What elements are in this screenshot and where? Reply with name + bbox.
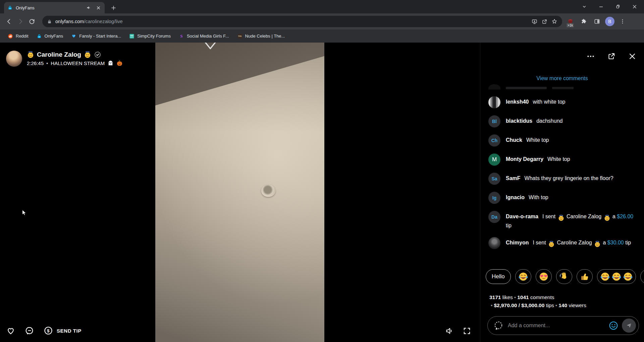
onlyfans-icon	[37, 34, 42, 39]
browser-menu-kebab-icon[interactable]	[617, 16, 628, 27]
commenter-name: Monty Degarry	[506, 156, 543, 162]
window-minimize-icon[interactable]	[598, 3, 604, 10]
comment-text: White top	[526, 137, 549, 143]
new-tab-button[interactable]	[109, 3, 118, 12]
comment-text: Whats they grey lingerie on the floor?	[525, 175, 613, 181]
site-lock-icon[interactable]	[47, 19, 52, 24]
chip-joy[interactable]	[515, 269, 531, 284]
streamer-avatar[interactable]	[6, 51, 22, 67]
emoji-picker-icon[interactable]	[608, 321, 619, 331]
stream-header: Caroline Zalog 2:26:45 • HALLOWEEN STREA…	[6, 51, 123, 67]
comment-text: With top	[529, 194, 548, 200]
bookmark-socialmediagirls[interactable]: S Social Media Girls F...	[176, 32, 232, 41]
bookmark-star-icon[interactable]	[549, 16, 559, 26]
commenter-avatar[interactable]: Ch	[488, 134, 500, 147]
joy-emoji	[600, 272, 610, 282]
joy-emoji	[611, 272, 622, 282]
share-page-icon[interactable]	[539, 16, 549, 26]
comment-input[interactable]	[508, 323, 608, 329]
bookmark-label: OnlyFans	[45, 34, 63, 39]
hide-comments-icon[interactable]	[25, 326, 34, 335]
halo-emoji	[558, 215, 565, 221]
chip-triple-joy[interactable]	[597, 269, 636, 284]
send-tip-button[interactable]: $ SEND TIP	[44, 326, 82, 335]
comments-list: lenksh40with white top Bl blacktidusdach…	[488, 96, 639, 249]
ghost-emoji	[107, 60, 114, 66]
pumpkin-emoji	[116, 60, 123, 66]
bookmark-label: SimpCity Forums	[137, 34, 171, 39]
bookmark-label: Nude Celebs | The...	[245, 34, 285, 39]
url-bar[interactable]: onlyfans.com/carolinezalog/live	[42, 16, 562, 27]
comment-text: with white top	[533, 99, 565, 105]
commenter-avatar[interactable]	[488, 96, 500, 108]
tip-comment-row: Da Dave-o-ramaI sent Caroline Zalog a $2…	[488, 211, 639, 230]
install-app-icon[interactable]	[529, 16, 539, 26]
reddit-icon	[8, 34, 13, 39]
commenter-avatar[interactable]: M	[488, 154, 500, 166]
chip-wave[interactable]	[556, 269, 572, 284]
stream-stats: 3171 likes•1041 comments •$2,970.00 / $3…	[489, 293, 639, 309]
bookmark-fansly[interactable]: Fansly - Start Intera...	[68, 32, 124, 41]
extension-badge: >1k	[567, 23, 574, 27]
forward-button[interactable]	[15, 16, 26, 27]
tab-search-chevron-icon[interactable]	[581, 3, 588, 10]
tab-audio-icon[interactable]	[86, 5, 92, 10]
svg-text:$: $	[47, 328, 50, 333]
comment-row: lenksh40with white top	[488, 96, 639, 108]
browser-profile-avatar[interactable]: B	[605, 17, 614, 26]
tip-amount: $26.00	[617, 214, 633, 219]
adblock-extension-icon[interactable]: >1k	[565, 16, 576, 27]
comment-row: Ig IgnacioWith top	[488, 192, 639, 204]
bookmarks-bar: Reddit OnlyFans Fansly - Start Intera...…	[0, 30, 644, 43]
chip-double-heart-eyes[interactable]	[640, 269, 644, 284]
commenter-avatar[interactable]: Bl	[488, 115, 500, 127]
commenter-avatar[interactable]: Sa	[488, 173, 500, 185]
chip-thumbs-up[interactable]	[577, 269, 593, 284]
wave-emoji	[559, 272, 569, 282]
joy-emoji	[518, 272, 528, 282]
panel-share-icon[interactable]	[607, 52, 616, 61]
commenter-name: Chimyon	[506, 240, 529, 245]
bookmark-nudecelebs[interactable]: TFB Nude Celebs | The...	[234, 32, 288, 41]
extensions-puzzle-icon[interactable]	[578, 16, 589, 27]
comment-input-row	[487, 316, 639, 335]
halo-emoji	[594, 241, 601, 247]
bookmark-onlyfans[interactable]: OnlyFans	[34, 32, 66, 41]
commenter-avatar[interactable]: Da	[488, 211, 500, 223]
commenter-avatar[interactable]: Ig	[488, 192, 500, 204]
volume-icon[interactable]	[445, 327, 454, 335]
bookmark-label: Reddit	[16, 34, 29, 39]
like-heart-icon[interactable]	[6, 326, 15, 335]
comment-text: White top	[547, 156, 570, 162]
svg-text:S: S	[180, 34, 182, 39]
collapse-chevron-icon[interactable]	[202, 43, 218, 51]
reload-button[interactable]	[26, 16, 38, 27]
browser-tab[interactable]: OnlyFans	[4, 2, 105, 13]
panel-close-icon[interactable]	[628, 52, 637, 61]
window-restore-icon[interactable]	[614, 3, 621, 10]
send-comment-button[interactable]	[622, 319, 636, 333]
send-plane-icon	[625, 322, 633, 329]
window-close-icon[interactable]	[631, 3, 638, 10]
live-video[interactable]	[155, 43, 324, 342]
mouse-cursor	[21, 209, 28, 216]
comment-row: Bl blacktidusdachshund	[488, 115, 639, 127]
side-panel-icon[interactable]	[592, 16, 602, 27]
chip-hello[interactable]: Hello	[486, 269, 511, 284]
chip-heart-eyes[interactable]	[536, 269, 552, 284]
video-door-handle	[261, 185, 275, 197]
svg-text:CITY: CITY	[130, 36, 134, 38]
bookmark-reddit[interactable]: Reddit	[5, 32, 32, 41]
tab-close-icon[interactable]	[96, 5, 101, 11]
comment-row: Ch ChuckWhite top	[488, 134, 639, 147]
panel-more-options-icon[interactable]	[586, 52, 595, 61]
view-more-comments-link[interactable]: View more comments	[480, 75, 644, 81]
joy-emoji	[623, 272, 633, 282]
commenter-avatar[interactable]	[488, 237, 500, 249]
bookmark-simpcity[interactable]: SIMPCITY SimpCity Forums	[126, 32, 174, 41]
halo-emoji	[84, 51, 91, 58]
fansly-icon	[71, 34, 76, 39]
back-button[interactable]	[3, 16, 15, 27]
url-text: onlyfans.com/carolinezalog/live	[55, 19, 529, 24]
fullscreen-icon[interactable]	[463, 327, 471, 335]
